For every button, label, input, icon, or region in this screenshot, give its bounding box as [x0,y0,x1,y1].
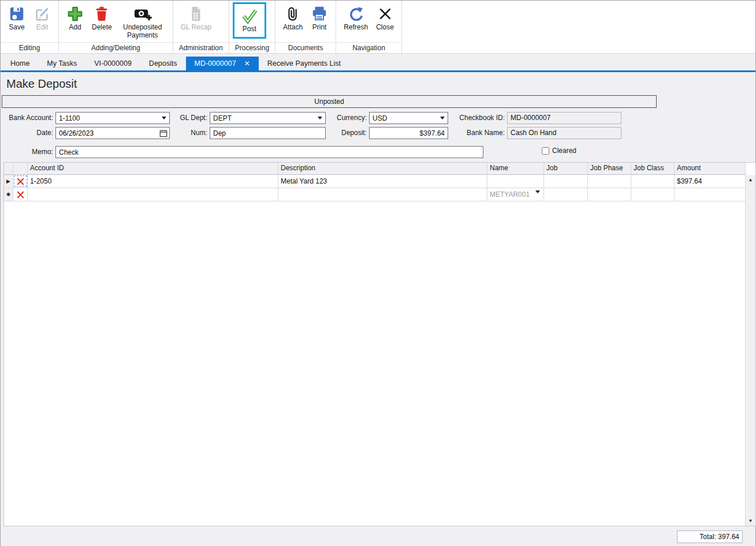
checkmark-icon [240,6,259,25]
column-header-description[interactable]: Description [278,163,487,174]
ribbon-group-adding-deleting: Add Delete [59,1,173,53]
deposit-lines-grid: Account ID Description Name Job Job Phas… [3,162,756,526]
deposit-form: Bank Account: 1-1100 GL Dept: DEPT Curre… [1,108,755,162]
tab-home[interactable]: Home [2,57,38,70]
currency-label: Currency: [277,112,367,124]
printer-icon [311,5,328,23]
checkbook-id-field: MD-0000007 [507,112,621,124]
print-button[interactable]: Print [307,3,332,33]
edit-button[interactable]: Edit [29,3,55,33]
scroll-down-icon[interactable]: ▼ [746,516,755,526]
num-label: Num: [117,127,207,139]
footer-bar: Total: 397.64 [1,526,755,546]
save-button[interactable]: Save [4,3,29,33]
edit-icon [33,5,51,23]
checkbook-id-label: Checkbook ID: [415,112,505,124]
date-label: Date: [0,127,53,139]
column-header-job-phase[interactable]: Job Phase [588,163,631,174]
tab-my-tasks[interactable]: My Tasks [38,57,85,70]
delete-row-button[interactable] [13,175,28,188]
cell-description[interactable]: Metal Yard 123 [278,175,487,188]
chevron-down-icon[interactable] [535,193,540,201]
tab-md-0000007[interactable]: MD-0000007 ✕ [186,57,259,70]
page-title: Make Deposit [6,77,755,92]
tab-deposits[interactable]: Deposits [140,57,186,70]
table-row-new: ✱ METYAR001 [4,188,746,201]
scroll-up-icon[interactable]: ▲ [746,175,755,185]
cell-job-class[interactable] [631,188,675,201]
total-field: Total: 397.64 [677,530,743,543]
plus-icon [66,5,84,23]
column-header-job-class[interactable]: Job Class [631,163,675,174]
tab-label: MD-0000007 [195,59,236,68]
bank-name-field: Cash On Hand [507,127,621,139]
ribbon-group-documents: Attach Print Documents [275,1,336,53]
cell-description[interactable] [278,188,487,201]
cell-account-id[interactable]: 1-2050 [28,175,278,188]
gl-dept-label: GL Dept: [117,112,207,124]
new-row-indicator-icon: ✱ [4,188,13,201]
cleared-checkbox-group: Cleared [542,147,576,155]
undeposited-payments-button[interactable]: Undeposited Payments [116,3,169,42]
refresh-button[interactable]: Refresh [340,3,372,33]
paperclip-icon [284,5,301,23]
grid-header-row: Account ID Description Name Job Job Phas… [4,163,746,175]
deposit-label: Deposit: [277,127,367,139]
delete-button[interactable]: Delete [88,3,116,33]
current-row-indicator-icon: ▶ [4,175,13,188]
ribbon-group-label-administration: Administration [173,42,229,53]
cell-job-phase[interactable] [588,175,631,188]
delete-column-header [13,163,28,174]
cell-name-combo[interactable]: METYAR001 [487,188,544,201]
cell-amount[interactable] [675,188,746,201]
money-plus-icon [133,5,152,23]
cell-amount[interactable]: $397.64 [675,175,746,188]
ribbon-group-label-processing: Processing [229,42,275,53]
attach-button[interactable]: Attach [279,3,307,33]
vertical-scrollbar[interactable]: ▲ ▼ [745,175,755,526]
cleared-checkbox[interactable] [542,147,549,155]
column-header-account-id[interactable]: Account ID [28,163,278,174]
cell-name[interactable] [487,175,544,188]
add-button[interactable]: Add [62,3,88,33]
ribbon-group-label-adding-deleting: Adding/Deleting [59,42,173,53]
gl-recap-button[interactable]: GL Recap [177,3,216,33]
ribbon-toolbar: Save Edit Editing [1,1,755,54]
row-indicator-header [4,163,13,174]
tab-close-icon[interactable]: ✕ [244,59,250,68]
memo-label: Memo: [0,146,53,158]
close-button[interactable]: Close [372,3,398,33]
status-banner: Unposted [2,95,657,108]
ribbon-group-navigation: Refresh Close Navigation [336,1,402,53]
tab-bar: Home My Tasks VI-0000009 Deposits MD-000… [1,54,755,72]
close-icon [377,5,393,23]
refresh-icon [347,5,364,23]
cleared-label: Cleared [552,147,576,155]
column-header-name[interactable]: Name [487,163,544,174]
document-icon [187,5,204,23]
ribbon-group-label-documents: Documents [275,42,336,53]
cell-job-class[interactable] [631,175,675,188]
column-header-job[interactable]: Job [544,163,588,174]
save-icon [8,5,25,23]
ribbon-group-processing: Post Processing [229,1,275,53]
bank-account-label: Bank Account: [0,112,53,124]
trash-icon [93,5,110,23]
bank-name-label: Bank Name: [415,127,505,139]
ribbon-group-editing: Save Edit Editing [1,1,59,53]
ribbon-group-label-navigation: Navigation [336,42,401,53]
tab-vi-0000009[interactable]: VI-0000009 [85,57,140,70]
ribbon-group-administration: GL Recap Administration [173,1,229,53]
cell-job-phase[interactable] [588,188,631,201]
delete-row-button[interactable] [13,188,28,201]
cell-job[interactable] [544,188,588,201]
post-button[interactable]: Post [233,2,266,39]
column-header-amount[interactable]: Amount [675,163,746,174]
cell-job[interactable] [544,175,588,188]
table-row: ▶ 1-2050 Metal Yard 123 $397.64 [4,175,746,188]
memo-input[interactable] [55,146,483,158]
tab-receive-payments-list[interactable]: Receive Payments List [259,57,349,70]
app-window: Save Edit Editing [0,0,756,546]
cell-account-id[interactable] [28,188,278,201]
ribbon-group-label-editing: Editing [1,42,58,53]
